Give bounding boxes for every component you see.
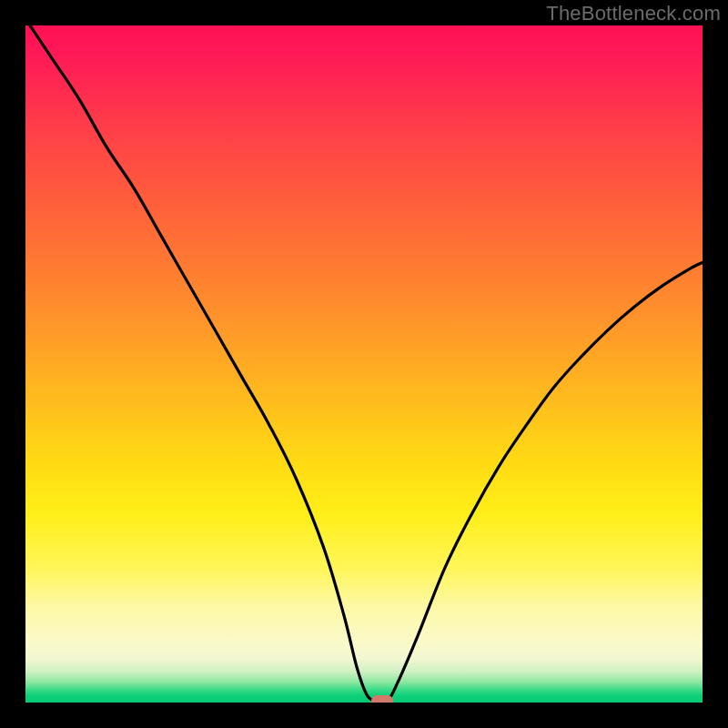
optimal-point-marker (371, 695, 393, 703)
chart-frame: TheBottleneck.com (0, 0, 728, 728)
bottleneck-curve (25, 25, 703, 703)
watermark-text: TheBottleneck.com (546, 2, 721, 25)
plot-area (25, 25, 703, 703)
curve-path (25, 25, 703, 703)
